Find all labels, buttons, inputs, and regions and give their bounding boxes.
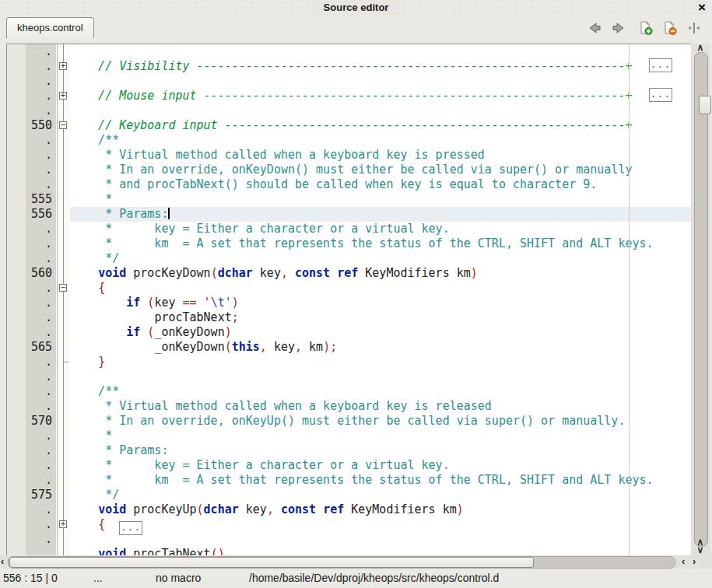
code-line[interactable]: /** xyxy=(70,133,692,148)
code-line[interactable]: * km = A set that represents the status … xyxy=(70,236,692,251)
scroll-right-icon[interactable]: › xyxy=(693,555,696,568)
code-line[interactable]: * Virtual method called when a keyboard … xyxy=(70,399,692,414)
code-line[interactable]: * key = Either a character or a virtual … xyxy=(70,222,692,236)
code-viewport[interactable]: ..+ // Visibility ----------------------… xyxy=(6,44,693,557)
code-row[interactable]: .+ // Mouse input ----------------------… xyxy=(7,89,692,103)
code-row[interactable]: . void procKeyUp(dchar key, const ref Ke… xyxy=(7,502,692,517)
code-token xyxy=(70,517,98,531)
code-line[interactable]: * km = A set that represents the status … xyxy=(70,473,692,488)
code-row[interactable]: . * Virtual method called when a keyboar… xyxy=(7,148,692,163)
code-row[interactable]: . xyxy=(7,532,692,547)
new-document-button[interactable] xyxy=(637,20,654,39)
code-row[interactable]: . /** xyxy=(7,133,692,148)
code-line[interactable] xyxy=(70,369,692,384)
code-row[interactable]: .+ // Visibility -----------------------… xyxy=(7,59,692,74)
code-row[interactable]: . */ xyxy=(7,251,692,266)
code-line[interactable]: */ xyxy=(70,251,692,266)
code-row[interactable]: . xyxy=(7,369,692,384)
code-line[interactable]: * Params: xyxy=(70,443,692,458)
code-row[interactable]: . } xyxy=(7,355,692,369)
remove-document-button[interactable] xyxy=(661,20,679,39)
code-row[interactable]: .− { xyxy=(7,281,692,296)
code-line[interactable] xyxy=(70,74,692,89)
code-row[interactable]: . if (key == '\t') xyxy=(7,296,692,310)
code-row[interactable]: . xyxy=(7,44,692,59)
code-line[interactable]: * xyxy=(70,192,692,207)
code-line[interactable]: * In an override, onKeyDown() must eithe… xyxy=(70,163,692,177)
code-row[interactable]: 575 */ xyxy=(7,488,692,502)
scroll-up-icon[interactable]: ∧ xyxy=(694,44,707,51)
split-view-button[interactable] xyxy=(686,20,703,39)
code-line[interactable]: // Mouse input -------------------------… xyxy=(70,89,692,103)
code-line[interactable]: } xyxy=(70,355,692,369)
horizontal-scroll-thumb[interactable] xyxy=(9,557,534,568)
code-line[interactable]: { xyxy=(70,281,692,296)
fold-expand-icon[interactable]: + xyxy=(59,62,67,70)
code-line[interactable] xyxy=(70,44,692,59)
code-line[interactable]: */ xyxy=(70,488,692,502)
code-row[interactable]: . * key = Either a character or a virtua… xyxy=(7,222,692,236)
fold-collapse-icon[interactable]: − xyxy=(59,284,67,292)
code-row[interactable]: . * km = A set that represents the statu… xyxy=(7,236,692,251)
code-line[interactable]: * Params: xyxy=(70,207,692,222)
code-row[interactable]: 555 * xyxy=(7,192,692,207)
tab-kheops-control[interactable]: kheops.control xyxy=(6,17,94,38)
code-line[interactable]: // Keyboard input ----------------------… xyxy=(70,118,692,133)
forward-button[interactable] xyxy=(610,20,627,39)
code-line[interactable]: procTabNext; xyxy=(70,310,692,325)
fold-collapse-icon[interactable]: − xyxy=(59,121,67,129)
code-row[interactable]: . * Virtual method called when a keyboar… xyxy=(7,399,692,414)
code-line[interactable] xyxy=(70,103,692,118)
code-row[interactable]: 565 _onKeyDown(this, key, km); xyxy=(7,340,692,355)
code-line[interactable]: // Visibility --------------------------… xyxy=(70,59,692,74)
code-row[interactable]: 560 void procKeyDown(dchar key, const re… xyxy=(7,266,692,281)
vertical-scroll-track[interactable] xyxy=(694,52,708,547)
code-row[interactable]: . * xyxy=(7,429,692,443)
code-row[interactable]: . * key = Either a character or a virtua… xyxy=(7,458,692,473)
vertical-scroll-thumb[interactable] xyxy=(699,96,711,114)
code-row[interactable]: . * and procTabNext() should be called w… xyxy=(7,177,692,192)
code-row[interactable]: . xyxy=(7,74,692,89)
code-row[interactable]: 550− // Keyboard input -----------------… xyxy=(7,118,692,133)
horizontal-scrollbar[interactable]: ‹ ‹ › xyxy=(0,555,712,569)
fold-expand-icon[interactable]: + xyxy=(59,520,67,528)
code-token xyxy=(70,355,98,369)
code-line[interactable]: _onKeyDown(this, key, km); xyxy=(70,340,692,355)
close-icon[interactable]: × xyxy=(696,0,708,16)
code-row[interactable]: . if (_onKeyDown) xyxy=(7,325,692,340)
code-line[interactable]: {... xyxy=(70,517,692,532)
code-token xyxy=(140,325,147,339)
code-line[interactable]: * and procTabNext() should be called whe… xyxy=(70,177,692,192)
scroll-down-icon[interactable]: ∨ xyxy=(694,546,707,554)
code-row[interactable]: . procTabNext; xyxy=(7,310,692,325)
scroll-left-icon[interactable]: ‹ xyxy=(1,555,4,568)
horizontal-scroll-track[interactable] xyxy=(8,556,675,569)
code-line[interactable]: * key = Either a character or a virtual … xyxy=(70,458,692,473)
code-line[interactable]: if (key == '\t') xyxy=(70,296,692,310)
code-line[interactable]: * xyxy=(70,429,692,443)
vertical-scrollbar[interactable]: ∧ ∧ ∨ xyxy=(691,44,710,555)
code-row[interactable]: 556 * Params: xyxy=(7,207,692,222)
code-line[interactable]: * In an override, onKeyUp() must either … xyxy=(70,414,692,429)
code-line[interactable] xyxy=(70,532,692,547)
code-row[interactable]: . * Params: xyxy=(7,443,692,458)
code-row[interactable]: .+ {... xyxy=(7,517,692,532)
code-row[interactable]: . xyxy=(7,103,692,118)
code-line[interactable]: if (_onKeyDown) xyxy=(70,325,692,340)
code-line[interactable]: void procKeyUp(dchar key, const ref KeyM… xyxy=(70,502,692,517)
fold-margin xyxy=(56,296,70,310)
code-line[interactable]: void procKeyDown(dchar key, const ref Ke… xyxy=(70,266,692,281)
code-line[interactable]: * Virtual method called when a keyboard … xyxy=(70,148,692,163)
gutter-strip xyxy=(7,251,26,266)
code-row[interactable]: . * km = A set that represents the statu… xyxy=(7,473,692,488)
scroll-left-icon[interactable]: ‹ xyxy=(682,555,685,568)
collapsed-fold-box[interactable]: ... xyxy=(649,88,672,102)
code-line[interactable]: /** xyxy=(70,384,692,399)
line-number: . xyxy=(26,74,56,89)
back-button[interactable] xyxy=(586,20,603,39)
code-row[interactable]: . * In an override, onKeyDown() must eit… xyxy=(7,163,692,177)
code-row[interactable]: 570 * In an override, onKeyUp() must eit… xyxy=(7,414,692,429)
collapsed-fold-box[interactable]: ... xyxy=(649,58,672,72)
code-row[interactable]: . /** xyxy=(7,384,692,399)
fold-expand-icon[interactable]: + xyxy=(59,92,67,100)
